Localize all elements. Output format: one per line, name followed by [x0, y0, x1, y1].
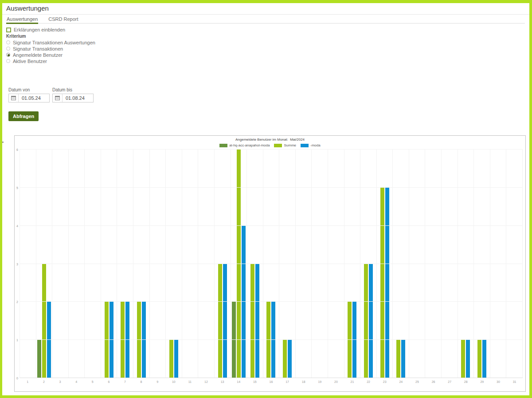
gridline — [20, 339, 523, 340]
bar — [364, 264, 368, 378]
radio-icon[interactable] — [6, 40, 10, 44]
plot-area: 0123456 12345678910111213141516171819202… — [20, 150, 523, 384]
day-cell — [20, 150, 36, 378]
legend-label: Summe — [284, 143, 296, 147]
y-tick-label: 3 — [13, 263, 18, 266]
bar-chart: Angemeldete Benutzer im Monat: Mai/2024 … — [14, 135, 526, 392]
date-to-value[interactable]: 01.08.24 — [63, 95, 85, 101]
day-cell — [458, 150, 474, 378]
radio-option[interactable]: Signatur Transaktionen — [6, 47, 95, 51]
bar — [125, 302, 129, 378]
day-cell — [231, 150, 247, 378]
legend-item: -moda — [301, 143, 321, 147]
bar — [218, 264, 222, 378]
day-cell — [117, 150, 133, 378]
x-tick-label: 26 — [425, 380, 442, 383]
calendar-icon-button[interactable] — [9, 94, 19, 102]
bar — [121, 302, 125, 378]
x-tick-label: 15 — [247, 380, 263, 383]
date-to-input[interactable]: 01.08.24 — [52, 94, 94, 102]
explanations-checkbox[interactable] — [6, 28, 11, 32]
x-tick-label: 17 — [279, 380, 296, 383]
bar — [288, 340, 292, 378]
bar-cells — [20, 150, 523, 378]
legend-item: Summe — [274, 143, 296, 147]
calendar-icon-button[interactable] — [53, 94, 63, 102]
x-tick-label: 29 — [474, 380, 490, 383]
explanations-checkbox-label: Erklärungen einblenden — [14, 27, 65, 32]
bar — [271, 302, 275, 378]
radio-icon[interactable] — [6, 53, 10, 57]
radio-label: Signatur Transaktionen Auswertungen — [13, 40, 95, 45]
criterion-radio-group: Signatur Transaktionen Auswertungen Sign… — [6, 40, 95, 63]
y-tick-label: 6 — [13, 148, 18, 151]
gridline — [20, 187, 523, 188]
bar — [42, 264, 46, 378]
bar — [385, 188, 389, 378]
x-tick-label: 21 — [344, 380, 360, 383]
x-tick-label: 30 — [490, 380, 507, 383]
x-tick-label: 5 — [84, 380, 101, 383]
bar — [174, 340, 178, 378]
radio-option[interactable]: Signatur Transaktionen Auswertungen — [6, 40, 95, 44]
bar — [37, 340, 41, 378]
x-tick-label: 28 — [458, 380, 474, 383]
legend-item: al-hq-acc-anapahol-moda — [219, 143, 270, 147]
x-tick-label: 1 — [20, 380, 36, 383]
day-cell — [36, 150, 53, 378]
day-cell — [344, 150, 361, 378]
bar — [137, 302, 141, 378]
chart-legend: al-hq-acc-anapahol-modaSumme-moda — [15, 143, 525, 147]
x-tick-label: 18 — [295, 380, 312, 383]
bar — [461, 340, 465, 378]
x-tick-label: 6 — [101, 380, 117, 383]
x-axis-labels: 1234567891011121314151617181920212223242… — [20, 379, 523, 384]
radio-icon[interactable] — [6, 47, 10, 51]
calendar-icon — [55, 96, 60, 100]
radio-icon[interactable] — [6, 59, 10, 63]
x-tick-label: 20 — [328, 380, 344, 383]
day-cell — [506, 150, 523, 378]
x-tick-label: 9 — [149, 380, 166, 383]
x-tick-label: 14 — [231, 380, 247, 383]
bar — [477, 340, 481, 378]
legend-swatch — [301, 144, 309, 147]
tab-csrd-report[interactable]: CSRD Report — [48, 16, 78, 23]
day-cell — [490, 150, 507, 378]
x-tick-label: 3 — [52, 380, 68, 383]
x-tick-label: 10 — [165, 380, 182, 383]
day-cell — [215, 150, 231, 378]
radio-option[interactable]: Angemeldete Benutzer — [6, 53, 95, 57]
date-from-value[interactable]: 01.05.24 — [19, 95, 41, 101]
bar — [223, 264, 227, 378]
query-button[interactable]: Abfragen — [8, 111, 39, 121]
x-tick-label: 11 — [182, 380, 198, 383]
bar — [466, 340, 470, 378]
radio-option[interactable]: Aktive Benutzer — [6, 59, 95, 63]
page: Auswertungen Auswertungen CSRD Report Er… — [2, 3, 529, 395]
x-tick-label: 22 — [360, 380, 377, 383]
bar — [482, 340, 486, 378]
bar — [110, 302, 113, 378]
tab-auswertungen[interactable]: Auswertungen — [6, 16, 38, 24]
day-cell — [198, 150, 215, 378]
bar — [352, 302, 356, 378]
y-tick-label: 0 — [13, 377, 18, 380]
gridline — [20, 149, 523, 150]
day-cell — [101, 150, 117, 378]
day-cell — [377, 150, 393, 378]
bar — [47, 302, 51, 378]
date-from-input[interactable]: 01.05.24 — [8, 94, 50, 102]
bar — [250, 264, 254, 378]
y-tick-label: 5 — [13, 186, 18, 189]
day-cell — [279, 150, 296, 378]
title-divider — [2, 14, 529, 15]
page-title: Auswertungen — [6, 4, 49, 12]
day-cell — [425, 150, 442, 378]
x-tick-label: 12 — [198, 380, 215, 383]
day-cell — [263, 150, 280, 378]
x-tick-label: 13 — [214, 380, 231, 383]
day-cell — [409, 150, 426, 378]
bar — [369, 264, 373, 378]
x-tick-label: 16 — [263, 380, 279, 383]
